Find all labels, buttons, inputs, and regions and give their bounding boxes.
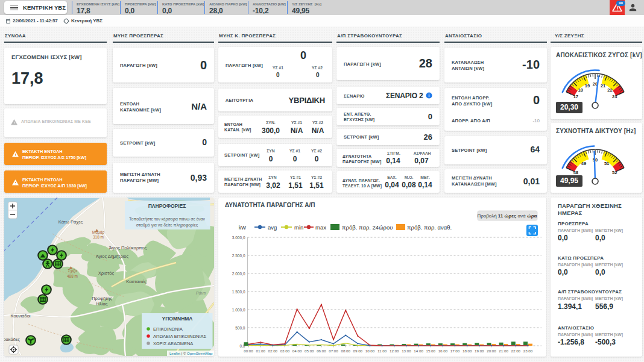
svg-text:Χριστός: Χριστός bbox=[98, 270, 115, 276]
svg-text:05:00: 05:00 bbox=[305, 349, 314, 353]
svg-text:ΥΠΟΜΝΗΜΑ: ΥΠΟΜΝΗΜΑ bbox=[162, 316, 193, 322]
svg-text:Προφήτης: Προφήτης bbox=[92, 296, 112, 301]
svg-text:01:00: 01:00 bbox=[256, 349, 265, 353]
svg-text:Κουνιάδοι: Κουνιάδοι bbox=[11, 313, 31, 319]
svg-text:Μαμάρ: Μαμάρ bbox=[92, 230, 105, 235]
svg-text:13:00: 13:00 bbox=[402, 349, 411, 353]
svg-text:17:00: 17:00 bbox=[450, 349, 460, 353]
svg-text:Άγιος Δημήτριος: Άγιος Δημήτριος bbox=[96, 254, 128, 259]
svg-text:19:00: 19:00 bbox=[475, 349, 484, 353]
svg-text:max: max bbox=[315, 224, 326, 231]
svg-text:52: 52 bbox=[612, 170, 617, 175]
svg-text:2.500,0: 2.500,0 bbox=[232, 254, 245, 258]
svg-text:Leaflet | © OpenStreetMap: Leaflet | © OpenStreetMap bbox=[169, 352, 213, 355]
svg-text:08:00: 08:00 bbox=[341, 349, 350, 353]
svg-text:11:00: 11:00 bbox=[377, 349, 387, 353]
svg-text:ρακάδες: ρακάδες bbox=[4, 337, 20, 342]
svg-text:21: 21 bbox=[601, 83, 605, 89]
svg-text:Ράντι: Ράντι bbox=[196, 291, 206, 295]
svg-text:16:00: 16:00 bbox=[438, 349, 448, 353]
svg-text:20:00: 20:00 bbox=[487, 349, 496, 353]
svg-text:14:00: 14:00 bbox=[414, 349, 423, 353]
svg-text:3.000,0: 3.000,0 bbox=[232, 236, 245, 240]
svg-text:avg: avg bbox=[268, 224, 277, 231]
svg-text:318 m: 318 m bbox=[93, 235, 104, 239]
svg-text:15:00: 15:00 bbox=[426, 349, 435, 353]
svg-text:ΧΩΡΙΣ ΔΕΔΟΜΕΝΑ: ΧΩΡΙΣ ΔΕΔΟΜΕΝΑ bbox=[153, 341, 193, 346]
svg-text:Κάτω Ράχες: Κάτω Ράχες bbox=[58, 219, 83, 225]
svg-text:min: min bbox=[294, 224, 303, 231]
svg-text:Καστανιές: Καστανιές bbox=[126, 279, 147, 284]
svg-text:ΑΠΩΛΕΙΑ ΕΠΙΚΟΙΝΩΝΙΑΣ: ΑΠΩΛΕΙΑ ΕΠΙΚΟΙΝΩΝΙΑΣ bbox=[153, 334, 207, 339]
svg-text:19: 19 bbox=[585, 83, 590, 89]
svg-text:03:00: 03:00 bbox=[280, 349, 290, 353]
svg-text:04:00: 04:00 bbox=[292, 349, 302, 353]
svg-text:Προβολή 11 ώρες ανά ώρα: Προβολή 11 ώρες ανά ώρα bbox=[477, 213, 537, 219]
svg-text:Άγιος Πολύκαρπος: Άγιος Πολύκαρπος bbox=[109, 245, 147, 251]
svg-text:ΕΠΙΚΟΙΝΩΝΙΑ: ΕΠΙΚΟΙΝΩΝΙΑ bbox=[153, 326, 183, 332]
svg-text:σταθμό για να δείτε πληροφορίε: σταθμό για να δείτε πληροφορίες bbox=[136, 223, 198, 228]
svg-text:21:00: 21:00 bbox=[499, 349, 508, 353]
svg-text:2.000,0: 2.000,0 bbox=[232, 272, 245, 276]
svg-text:49: 49 bbox=[581, 161, 586, 166]
svg-text:1.500,0: 1.500,0 bbox=[232, 290, 245, 294]
svg-text:18:00: 18:00 bbox=[462, 349, 472, 353]
svg-text:Σχίζα: Σχίζα bbox=[68, 269, 77, 273]
svg-text:22: 22 bbox=[607, 87, 612, 93]
svg-text:πρόβ. παρ. αναθ.: πρόβ. παρ. αναθ. bbox=[407, 224, 452, 231]
svg-text:02:00: 02:00 bbox=[268, 349, 278, 353]
svg-text:51: 51 bbox=[604, 161, 609, 166]
svg-text:06:00: 06:00 bbox=[317, 349, 326, 353]
svg-text:23:00: 23:00 bbox=[523, 349, 533, 353]
svg-text:09:00: 09:00 bbox=[353, 349, 363, 353]
svg-text:1.000,0: 1.000,0 bbox=[232, 308, 245, 312]
svg-text:18: 18 bbox=[578, 87, 582, 93]
svg-text:48: 48 bbox=[573, 170, 578, 175]
svg-text:Τοποθετήστε τον κέρσορα πάνω σ: Τοποθετήστε τον κέρσορα πάνω σε έναν bbox=[129, 217, 205, 222]
svg-text:07:00: 07:00 bbox=[329, 349, 338, 353]
svg-text:23: 23 bbox=[612, 94, 617, 99]
svg-text:10:00: 10:00 bbox=[365, 349, 375, 353]
svg-text:500,0: 500,0 bbox=[235, 326, 245, 330]
svg-text:22:00: 22:00 bbox=[511, 349, 521, 353]
svg-text:488 m: 488 m bbox=[67, 274, 78, 278]
svg-text:12:00: 12:00 bbox=[390, 349, 399, 353]
svg-text:ΠΛΗΡΟΦΟΡΙΕΣ: ΠΛΗΡΟΦΟΡΙΕΣ bbox=[148, 203, 186, 209]
svg-text:00:00: 00:00 bbox=[244, 349, 253, 353]
svg-text:πρόβ. παρ. 24ώρου: πρόβ. παρ. 24ώρου bbox=[342, 224, 393, 231]
svg-text:Ηλίας: Ηλίας bbox=[96, 301, 108, 307]
svg-text:kW: kW bbox=[239, 225, 246, 231]
svg-text:ΔΥΝΑΤΟΤΗΤΑ ΠΑΡΑΓΩΓΗΣ Α/Π: ΔΥΝΑΤΟΤΗΤΑ ΠΑΡΑΓΩΓΗΣ Α/Π bbox=[225, 202, 315, 208]
svg-text:17: 17 bbox=[573, 94, 578, 99]
